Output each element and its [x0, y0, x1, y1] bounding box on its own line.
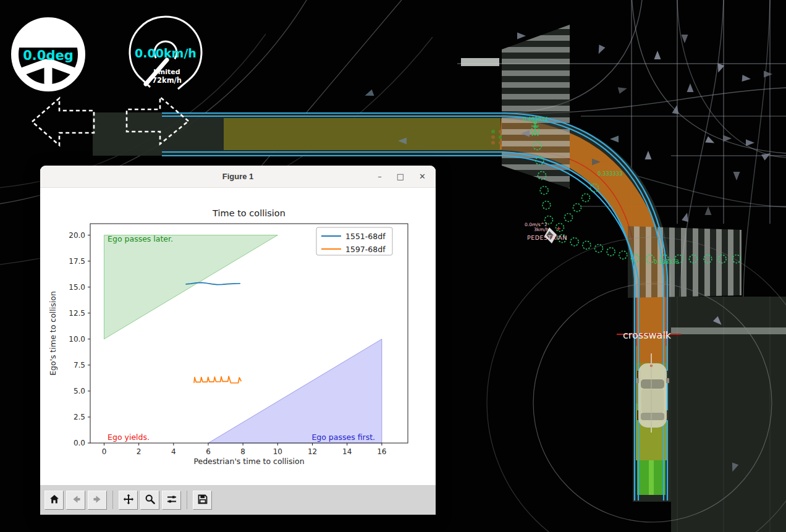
home-icon [49, 494, 60, 507]
steering-angle-value: 0.0deg [23, 48, 74, 63]
steering-wheel-icon: 0.0deg [15, 21, 82, 88]
svg-text:Ego passes first.: Ego passes first. [311, 433, 375, 442]
forward-button[interactable] [88, 491, 107, 510]
speed-limit-value: 72km/h [152, 76, 182, 85]
sliders-icon [166, 494, 177, 507]
svg-text:15.0: 15.0 [69, 283, 85, 292]
toolbar-separator [187, 491, 187, 509]
left-turn-arrow-icon [32, 98, 94, 145]
pedestrian-marker: 0.0m/s^2 3km/h PEDESTRIAN [525, 222, 567, 243]
time-to-collision-chart: 02468101214160.02.55.07.510.012.515.017.… [40, 188, 436, 485]
configure-subplots-button[interactable] [162, 491, 181, 510]
svg-text:2: 2 [137, 447, 142, 456]
svg-text:12.5: 12.5 [69, 309, 85, 318]
svg-text:14: 14 [342, 447, 352, 456]
svg-text:10.0: 10.0 [69, 335, 85, 344]
window-title: Figure 1 [222, 172, 254, 181]
speed-value: 0.00km/h [135, 46, 196, 60]
svg-text:Ego's time to collision: Ego's time to collision [48, 291, 57, 376]
svg-text:0.0: 0.0 [74, 439, 85, 447]
svg-text:12: 12 [308, 447, 317, 456]
save-button[interactable] [193, 491, 212, 510]
svg-text:crosswalk: crosswalk [623, 329, 672, 341]
trajectory-probability-up: 0.463934 [523, 116, 548, 122]
svg-text:0: 0 [102, 447, 107, 456]
svg-text:4: 4 [171, 447, 176, 456]
svg-text:7.5: 7.5 [74, 361, 85, 369]
figure-canvas: 02468101214160.02.55.07.510.012.515.017.… [40, 188, 436, 485]
maximize-button[interactable]: □ [397, 172, 404, 180]
figure-window-titlebar[interactable]: Figure 1 – □ ✕ [40, 166, 436, 188]
svg-text:16: 16 [377, 447, 386, 456]
ego-vehicle [636, 363, 669, 428]
speedometer-gauge: 0.00km/h limited 72km/h [130, 17, 201, 89]
svg-text:17.5: 17.5 [69, 257, 85, 266]
close-button[interactable]: ✕ [419, 172, 426, 180]
svg-text:6: 6 [206, 447, 211, 456]
speed-limit-label: limited [153, 68, 180, 76]
svg-text:10: 10 [273, 447, 282, 456]
svg-text:Ego passes later.: Ego passes later. [108, 234, 173, 243]
magnifier-icon [145, 494, 156, 507]
trajectory-probability-right: 0.333333 [654, 259, 679, 265]
toolbar-separator [112, 491, 113, 509]
minimize-button[interactable]: – [378, 172, 382, 180]
svg-text:2.5: 2.5 [74, 413, 85, 421]
forward-arrow-icon [92, 494, 103, 507]
pan-icon [123, 494, 134, 507]
svg-text:1551-68df: 1551-68df [345, 232, 386, 241]
svg-text:20.0: 20.0 [69, 231, 85, 240]
simulation-viewport: 0.463934 0.333333 0.333333 0.0m/s^2 3km/… [0, 0, 786, 532]
back-button[interactable] [66, 491, 85, 510]
zoom-button[interactable] [140, 491, 159, 510]
svg-text:Pedestrian's time to collision: Pedestrian's time to collision [193, 457, 304, 466]
matplotlib-toolbar [40, 485, 436, 515]
svg-text:8: 8 [240, 447, 245, 456]
pedestrian-speed-label: 3km/h [534, 227, 549, 232]
trajectory-probability-diagonal: 0.333333 [598, 171, 623, 177]
save-floppy-icon [197, 494, 208, 507]
figure-window: Figure 1 – □ ✕ 02468101214160.02.55.07.5… [40, 166, 436, 515]
svg-text:Ego yields.: Ego yields. [108, 433, 150, 442]
svg-text:Time to collision: Time to collision [212, 208, 285, 218]
svg-text:5.0: 5.0 [74, 387, 85, 395]
home-button[interactable] [44, 491, 64, 510]
crosswalk-vertical [502, 25, 570, 188]
back-arrow-icon [70, 494, 82, 507]
svg-text:1597-68df: 1597-68df [345, 245, 386, 254]
pedestrian-name-label: PEDESTRIAN [527, 234, 567, 241]
pan-button[interactable] [119, 491, 138, 510]
